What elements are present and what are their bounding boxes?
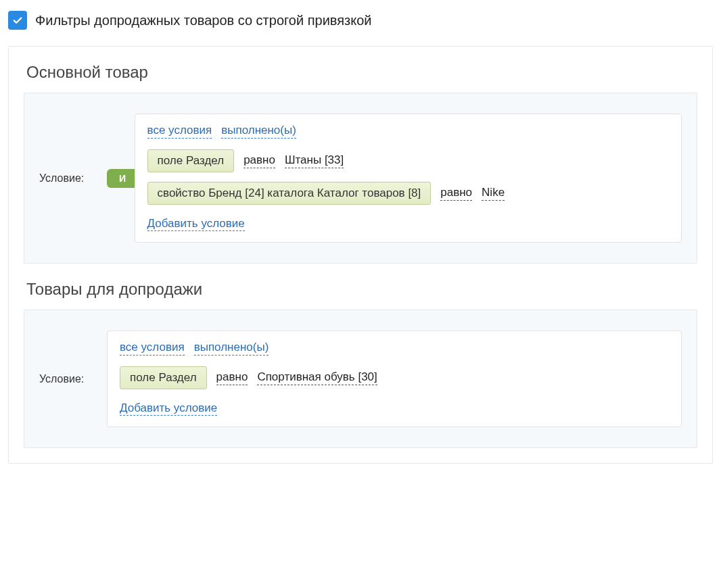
main-product-panel: Условие: и все условия выполнено(ы) поле… (24, 93, 697, 264)
strict-binding-checkbox[interactable] (8, 11, 27, 30)
main-product-title: Основной товар (26, 63, 695, 82)
condition-rule: поле Раздел равно Спортивная обувь [30] (120, 366, 669, 389)
condition-group-header: все условия выполнено(ы) (120, 341, 669, 356)
field-chip[interactable]: поле Раздел (120, 366, 207, 389)
condition-group-header: все условия выполнено(ы) (147, 124, 669, 139)
fulfilled-toggle[interactable]: выполнено(ы) (194, 341, 269, 356)
field-chip[interactable]: поле Раздел (147, 149, 235, 172)
operator-toggle[interactable]: равно (243, 153, 275, 168)
field-chip[interactable]: свойство Бренд [24] каталога Каталог тов… (147, 182, 432, 205)
check-icon (11, 14, 24, 26)
strict-binding-checkbox-row: Фильтры допродажных товаров со строгой п… (8, 8, 713, 32)
logic-and-tab[interactable]: и (107, 169, 136, 188)
strict-binding-label: Фильтры допродажных товаров со строгой п… (35, 13, 372, 28)
main-product-condition-row: Условие: и все условия выполнено(ы) поле… (39, 114, 682, 243)
all-conditions-toggle[interactable]: все условия (120, 341, 185, 356)
add-condition-link[interactable]: Добавить условие (120, 401, 217, 416)
upsell-condition-row: Условие: все условия выполнено(ы) поле Р… (39, 330, 682, 427)
condition-label: Условие: (39, 172, 107, 185)
condition-label: Условие: (39, 373, 107, 385)
main-product-condition-box: все условия выполнено(ы) поле Раздел рав… (135, 114, 682, 243)
condition-rule: поле Раздел равно Штаны [33] (147, 149, 669, 172)
add-condition-link[interactable]: Добавить условие (147, 217, 245, 231)
all-conditions-toggle[interactable]: все условия (147, 124, 212, 139)
fulfilled-toggle[interactable]: выполнено(ы) (221, 124, 296, 139)
upsell-title: Товары для допродажи (26, 280, 695, 299)
value-toggle[interactable]: Спортивная обувь [30] (257, 370, 377, 385)
value-toggle[interactable]: Nike (482, 186, 505, 201)
filters-panel: Основной товар Условие: и все условия вы… (8, 46, 713, 464)
value-toggle[interactable]: Штаны [33] (285, 153, 344, 168)
operator-toggle[interactable]: равно (440, 186, 472, 201)
upsell-panel: Условие: все условия выполнено(ы) поле Р… (24, 310, 697, 448)
operator-toggle[interactable]: равно (216, 370, 248, 385)
upsell-condition-box: все условия выполнено(ы) поле Раздел рав… (107, 330, 682, 427)
condition-rule: свойство Бренд [24] каталога Каталог тов… (147, 182, 669, 205)
